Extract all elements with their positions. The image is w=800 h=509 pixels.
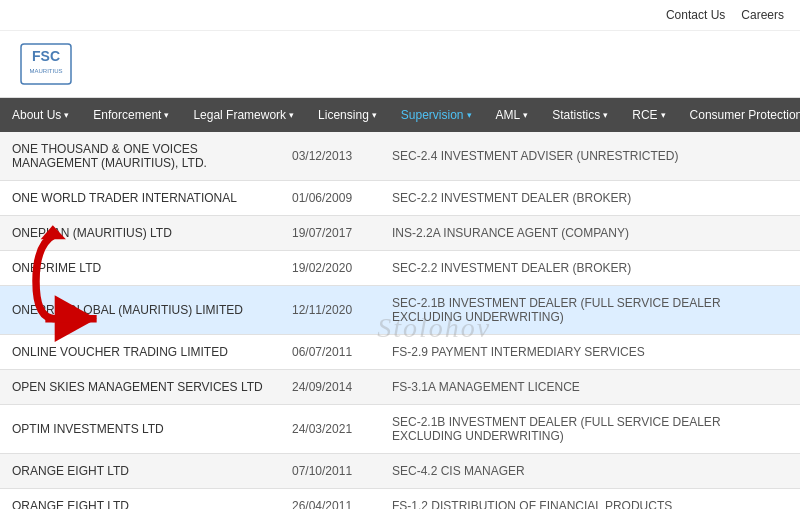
table-row: ORANGE EIGHT LTD07/10/2011SEC-4.2 CIS MA… [0,454,800,489]
company-name-cell: ONEPRIME LTD [0,251,280,286]
about-us-arrow: ▾ [64,110,69,120]
license-cell: SEC-2.1B INVESTMENT DEALER (FULL SERVICE… [380,405,800,454]
supervision-arrow: ▾ [467,110,472,120]
company-name-cell: ONLINE VOUCHER TRADING LIMITED [0,335,280,370]
nav-rce[interactable]: RCE ▾ [620,98,677,132]
contact-us-link[interactable]: Contact Us [666,8,725,22]
date-cell: 01/06/2009 [280,181,380,216]
date-cell: 26/04/2011 [280,489,380,510]
careers-link[interactable]: Careers [741,8,784,22]
nav-aml[interactable]: AML ▾ [484,98,541,132]
nav-enforcement[interactable]: Enforcement ▾ [81,98,181,132]
company-name-cell: ORANGE EIGHT LTD [0,454,280,489]
date-cell: 06/07/2011 [280,335,380,370]
table-row: ONLINE VOUCHER TRADING LIMITED06/07/2011… [0,335,800,370]
license-table: ONE THOUSAND & ONE VOICES MANAGEMENT (MA… [0,132,800,509]
logo: FSC MAURITIUS [16,39,76,89]
top-bar: Contact Us Careers [0,0,800,31]
company-name-cell: OPTIM INVESTMENTS LTD [0,405,280,454]
nav-about-us[interactable]: About Us ▾ [0,98,81,132]
table-row: ONEPLAN (MAURITIUS) LTD19/07/2017INS-2.2… [0,216,800,251]
date-cell: 12/11/2020 [280,286,380,335]
nav-licensing[interactable]: Licensing ▾ [306,98,389,132]
date-cell: 24/09/2014 [280,370,380,405]
license-cell: FS-1.2 DISTRIBUTION OF FINANCIAL PRODUCT… [380,489,800,510]
date-cell: 19/07/2017 [280,216,380,251]
license-cell: SEC-2.2 INVESTMENT DEALER (BROKER) [380,181,800,216]
enforcement-arrow: ▾ [164,110,169,120]
license-cell: SEC-4.2 CIS MANAGER [380,454,800,489]
header: FSC MAURITIUS [0,31,800,98]
company-name-cell: ONEPLAN (MAURITIUS) LTD [0,216,280,251]
company-name-cell: ORANGE EIGHT LTD [0,489,280,510]
table-row: OPTIM INVESTMENTS LTD24/03/2021SEC-2.1B … [0,405,800,454]
license-cell: SEC-2.1B INVESTMENT DEALER (FULL SERVICE… [380,286,800,335]
nav-supervision[interactable]: Supervision ▾ [389,98,484,132]
date-cell: 24/03/2021 [280,405,380,454]
date-cell: 07/10/2011 [280,454,380,489]
table-row: ONEPRO GLOBAL (MAURITIUS) LIMITED12/11/2… [0,286,800,335]
license-cell: SEC-2.2 INVESTMENT DEALER (BROKER) [380,251,800,286]
date-cell: 19/02/2020 [280,251,380,286]
table-row: ORANGE EIGHT LTD26/04/2011FS-1.2 DISTRIB… [0,489,800,510]
license-cell: FS-3.1A MANAGEMENT LICENCE [380,370,800,405]
table-row: ONE THOUSAND & ONE VOICES MANAGEMENT (MA… [0,132,800,181]
table-row: ONEPRIME LTD19/02/2020SEC-2.2 INVESTMENT… [0,251,800,286]
page-content: Stolohov ONE THOUSAND & ONE VOICES MANAG… [0,132,800,509]
main-nav: About Us ▾ Enforcement ▾ Legal Framework… [0,98,800,132]
license-cell: INS-2.2A INSURANCE AGENT (COMPANY) [380,216,800,251]
nav-consumer-protection[interactable]: Consumer Protection ▾ [678,98,800,132]
company-name-cell: OPEN SKIES MANAGEMENT SERVICES LTD [0,370,280,405]
license-cell: FS-2.9 PAYMENT INTERMEDIARY SERVICES [380,335,800,370]
date-cell: 03/12/2013 [280,132,380,181]
licensing-arrow: ▾ [372,110,377,120]
svg-text:MAURITIUS: MAURITIUS [30,68,63,74]
rce-arrow: ▾ [661,110,666,120]
license-table-wrapper: ONE THOUSAND & ONE VOICES MANAGEMENT (MA… [0,132,800,509]
svg-text:FSC: FSC [32,48,60,64]
company-name-cell: ONEPRO GLOBAL (MAURITIUS) LIMITED [0,286,280,335]
company-name-cell: ONE WORLD TRADER INTERNATIONAL [0,181,280,216]
nav-legal-framework[interactable]: Legal Framework ▾ [181,98,306,132]
license-cell: SEC-2.4 INVESTMENT ADVISER (UNRESTRICTED… [380,132,800,181]
statistics-arrow: ▾ [603,110,608,120]
aml-arrow: ▾ [523,110,528,120]
nav-statistics[interactable]: Statistics ▾ [540,98,620,132]
table-row: OPEN SKIES MANAGEMENT SERVICES LTD24/09/… [0,370,800,405]
company-name-cell: ONE THOUSAND & ONE VOICES MANAGEMENT (MA… [0,132,280,181]
legal-arrow: ▾ [289,110,294,120]
table-row: ONE WORLD TRADER INTERNATIONAL01/06/2009… [0,181,800,216]
